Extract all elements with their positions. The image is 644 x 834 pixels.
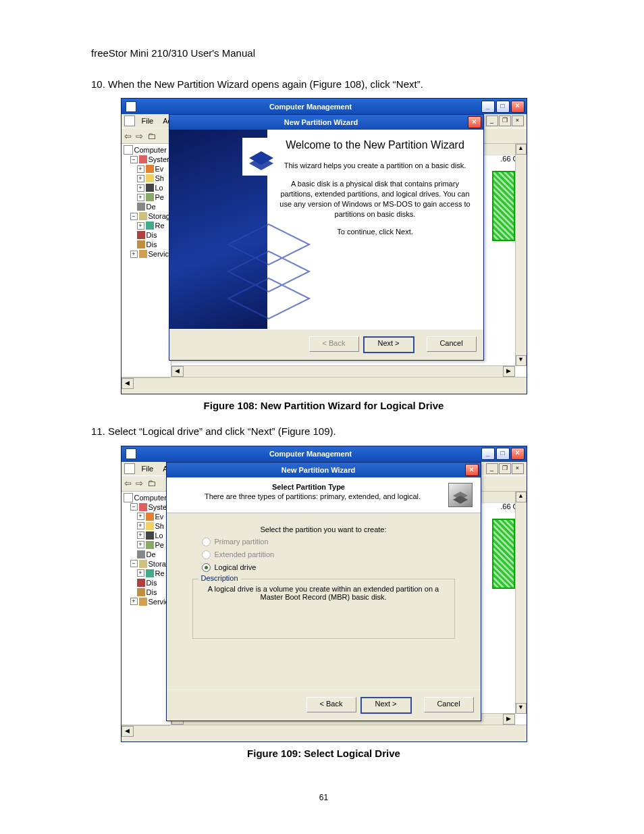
wizard-page-title: Select Partition Type: [175, 483, 443, 491]
nav-forward-icon[interactable]: ⇨: [136, 131, 143, 141]
partition-free-space-icon[interactable]: [492, 171, 515, 241]
wizard-next-button[interactable]: Next >: [363, 336, 414, 353]
tree-root[interactable]: Computer: [124, 145, 171, 155]
wizard-close-button[interactable]: ×: [468, 116, 481, 128]
computer-management-window-2: Computer Management _ □ × New Partition …: [121, 446, 527, 742]
cm-title: Computer Management: [140, 103, 481, 111]
v-scrollbar[interactable]: ▲▼: [515, 492, 527, 714]
h-scrollbar[interactable]: ◀▶: [171, 365, 515, 377]
tree-pane-2: Computer −Syster +Ev +Sh +Lo +Pe De −Sto…: [122, 492, 171, 725]
close-button[interactable]: ×: [511, 101, 525, 113]
status-area: ◀: [122, 377, 527, 394]
wizard-title: New Partition Wizard: [175, 118, 468, 126]
step-11: 11. Select “Logical drive” and click “Ne…: [91, 425, 556, 438]
cm-titlebar: Computer Management _ □ ×: [122, 99, 527, 114]
computer-management-window-1: Computer Management _ □ × New Partition …: [121, 98, 527, 394]
option-logical-drive[interactable]: Logical drive: [202, 563, 455, 572]
tree-pane: Computer −Syster +Ev +Sh +Lo +Pe De −Sto…: [122, 144, 171, 377]
maximize-button[interactable]: □: [496, 101, 510, 113]
cm-icon: [126, 448, 136, 459]
nav-back-icon[interactable]: ⇦: [124, 478, 132, 488]
new-partition-wizard-dialog-select: New Partition Wizard × Select Partition …: [166, 462, 481, 721]
wizard-cancel-button[interactable]: Cancel: [424, 697, 474, 712]
mdi-minimize[interactable]: _: [486, 115, 498, 126]
select-prompt: Select the partition you want to create:: [192, 525, 455, 533]
cm-title-2: Computer Management: [140, 450, 481, 458]
wizard-page-subtitle: There are three types of partitions: pri…: [183, 492, 443, 500]
step-10: 10. When the New Partition Wizard opens …: [91, 78, 556, 91]
wizard-page-header: Select Partition Type There are three ty…: [167, 477, 481, 513]
doc-header: freeStor Mini 210/310 User's Manual: [91, 47, 556, 59]
radio-icon: [202, 550, 211, 559]
description-legend: Description: [198, 574, 241, 582]
menu-file[interactable]: File: [142, 465, 154, 473]
svg-marker-4: [228, 224, 309, 265]
page-number: 61: [91, 793, 556, 802]
minimize-button[interactable]: _: [481, 448, 495, 460]
option-extended-partition: Extended partition: [202, 550, 455, 559]
menu-file[interactable]: File: [142, 117, 154, 125]
mdi-close[interactable]: ×: [512, 115, 524, 126]
mmc-icon: [124, 463, 135, 474]
description-fieldset: Description A logical drive is a volume …: [192, 579, 455, 639]
cm-icon: [126, 101, 136, 112]
wizard-cancel-button[interactable]: Cancel: [427, 336, 477, 352]
partition-free-space-icon[interactable]: [492, 519, 515, 589]
option-primary-partition: Primary partition: [202, 538, 455, 546]
minimize-button[interactable]: _: [481, 101, 495, 113]
v-scrollbar[interactable]: ▲▼: [515, 144, 527, 366]
wizard-title-2: New Partition Wizard: [172, 466, 465, 474]
mdi-restore[interactable]: ❐: [499, 115, 511, 126]
wizard-back-button[interactable]: < Back: [306, 697, 356, 712]
nav-up-icon[interactable]: 🗀: [147, 131, 156, 141]
nav-back-icon[interactable]: ⇦: [124, 131, 132, 141]
nav-forward-icon[interactable]: ⇨: [136, 478, 143, 488]
wizard-next-button[interactable]: Next >: [360, 697, 412, 714]
wizard-sidebar-graphic: [169, 130, 267, 329]
disk-icon: [448, 483, 473, 507]
wizard-close-button[interactable]: ×: [465, 464, 479, 476]
svg-marker-5: [228, 251, 309, 292]
radio-icon: [202, 538, 211, 546]
maximize-button[interactable]: □: [496, 448, 510, 460]
svg-marker-6: [228, 278, 309, 319]
description-text: A logical drive is a volume you create w…: [200, 585, 448, 601]
wizard-back-button: < Back: [309, 336, 359, 352]
mmc-icon: [124, 115, 135, 126]
caption-109: Figure 109: Select Logical Drive: [91, 748, 556, 759]
cm-titlebar-2: Computer Management _ □ ×: [122, 446, 527, 462]
mdi-minimize[interactable]: _: [486, 463, 498, 474]
nav-up-icon[interactable]: 🗀: [147, 478, 156, 488]
mdi-restore[interactable]: ❐: [499, 463, 511, 474]
caption-108: Figure 108: New Partition Wizard for Log…: [91, 400, 556, 411]
mdi-close[interactable]: ×: [512, 463, 524, 474]
radio-icon[interactable]: [202, 563, 211, 572]
close-button[interactable]: ×: [511, 448, 525, 460]
new-partition-wizard-dialog-welcome: New Partition Wizard ×: [169, 114, 484, 361]
